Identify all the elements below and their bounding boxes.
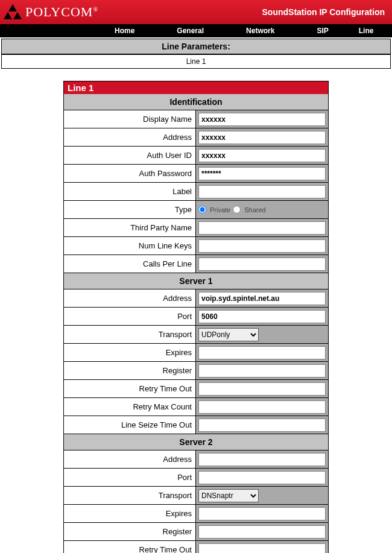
- third-party-name-input[interactable]: [198, 221, 326, 235]
- third-party-name-label: Third Party Name: [64, 219, 196, 236]
- s2-expires-input[interactable]: [198, 507, 326, 520]
- header-bar: POLYCOM® SoundStation IP Configuration: [0, 0, 392, 24]
- type-shared-label: Shared: [244, 206, 265, 213]
- type-private-radio[interactable]: [198, 206, 206, 213]
- s1-line-seize-time-out-label: Line Seize Time Out: [64, 416, 196, 434]
- brand-logo: POLYCOM®: [4, 4, 98, 20]
- s1-expires-input[interactable]: [198, 346, 326, 359]
- s2-retry-time-out-label: Retry Time Out: [64, 541, 196, 553]
- auth-password-input[interactable]: [198, 167, 326, 180]
- s2-address-input[interactable]: [198, 453, 326, 466]
- page-title: SoundStation IP Configuration: [262, 7, 385, 17]
- auth-user-id-label: Auth User ID: [64, 147, 196, 164]
- svg-marker-2: [13, 12, 22, 19]
- s2-register-label: Register: [64, 523, 196, 540]
- s2-register-input[interactable]: [198, 525, 326, 539]
- svg-marker-1: [4, 12, 12, 19]
- s1-transport-label: Transport: [64, 326, 196, 343]
- type-shared-radio[interactable]: [233, 206, 241, 213]
- label-input[interactable]: [198, 185, 326, 198]
- form-title: Line 1: [63, 81, 329, 94]
- s1-retry-max-count-input[interactable]: [198, 400, 326, 414]
- line-config-form: Line 1 Identification Display Name Addre…: [63, 81, 329, 553]
- s1-address-label: Address: [64, 289, 196, 307]
- calls-per-line-label: Calls Per Line: [64, 255, 196, 273]
- s1-transport-select[interactable]: UDPonly: [198, 328, 259, 341]
- s1-retry-time-out-input[interactable]: [198, 382, 326, 396]
- nav-sip[interactable]: SIP: [311, 27, 334, 35]
- s1-retry-time-out-label: Retry Time Out: [64, 380, 196, 397]
- label-label: Label: [64, 183, 196, 200]
- section-identification: Identification: [63, 94, 329, 110]
- display-name-input[interactable]: [198, 113, 326, 126]
- s2-transport-select[interactable]: DNSnaptr: [198, 489, 259, 502]
- num-line-keys-input[interactable]: [198, 239, 326, 253]
- section-server2: Server 2: [63, 434, 329, 450]
- line-parameters-heading: Line Parameters:: [2, 39, 390, 55]
- s1-register-label: Register: [64, 362, 196, 379]
- main-nav: Home General Network SIP Line: [0, 24, 392, 37]
- s1-retry-max-count-label: Retry Max Count: [64, 398, 196, 416]
- nav-network[interactable]: Network: [240, 27, 280, 35]
- s2-transport-label: Transport: [64, 487, 196, 504]
- nav-general[interactable]: General: [171, 27, 210, 35]
- address-label: Address: [64, 128, 196, 146]
- nav-line[interactable]: Line: [353, 27, 380, 35]
- type-private-label: Private: [210, 206, 230, 213]
- svg-marker-0: [8, 4, 17, 11]
- s1-address-input[interactable]: [198, 292, 326, 305]
- auth-user-id-input[interactable]: [198, 149, 326, 162]
- polycom-logo-icon: [4, 4, 22, 20]
- s1-line-seize-time-out-input[interactable]: [198, 419, 326, 432]
- num-line-keys-label: Num Line Keys: [64, 237, 196, 254]
- line-number: Line 1: [2, 55, 390, 68]
- s1-port-input[interactable]: [198, 310, 326, 323]
- calls-per-line-input[interactable]: [198, 258, 326, 271]
- s1-port-label: Port: [64, 308, 196, 325]
- auth-password-label: Auth Password: [64, 165, 196, 182]
- line-parameters-panel: Line Parameters: Line 1: [1, 39, 391, 69]
- s2-address-label: Address: [64, 450, 196, 468]
- address-input[interactable]: [198, 131, 326, 144]
- s1-expires-label: Expires: [64, 344, 196, 361]
- type-label: Type: [64, 201, 196, 218]
- s2-expires-label: Expires: [64, 505, 196, 522]
- s2-port-input[interactable]: [198, 471, 326, 484]
- s1-register-input[interactable]: [198, 364, 326, 378]
- s2-port-label: Port: [64, 469, 196, 486]
- section-server1: Server 1: [63, 273, 329, 289]
- brand-name: POLYCOM®: [25, 4, 98, 20]
- s2-retry-time-out-input[interactable]: [198, 543, 326, 554]
- nav-home[interactable]: Home: [109, 27, 141, 35]
- display-name-label: Display Name: [64, 110, 196, 128]
